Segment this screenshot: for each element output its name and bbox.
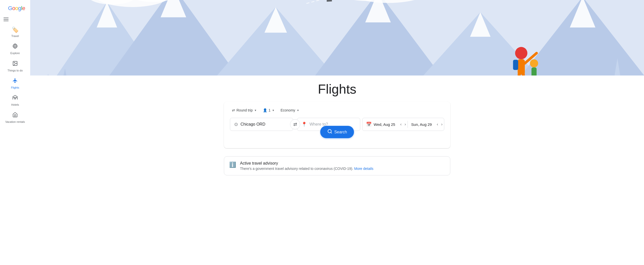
trip-type-label: Round trip — [236, 108, 253, 112]
sidebar-item-travel-label: Travel — [11, 34, 19, 38]
search-options-row: ⇄ Round trip ▼ 👤 1 ▼ Economy ▼ — [230, 107, 444, 114]
return-date-label: Sun, Aug 29 — [411, 122, 432, 127]
svg-rect-35 — [513, 60, 518, 70]
advisory-text: There's a government travel advisory rel… — [240, 167, 373, 171]
travel-icon: 🏷️ — [12, 27, 19, 33]
destination-pin-icon: 📍 — [301, 122, 307, 127]
trip-type-dropdown[interactable]: ⇄ Round trip ▼ — [230, 107, 259, 114]
svg-point-3 — [14, 62, 15, 63]
svg-rect-32 — [518, 72, 521, 75]
passengers-arrow-icon: ▼ — [272, 109, 274, 112]
trip-type-arrow-icon: ▼ — [254, 109, 257, 112]
cabin-class-arrow-icon: ▼ — [297, 109, 299, 112]
logo-letter-g: G — [8, 5, 12, 11]
google-logo: Google — [5, 3, 25, 14]
origin-circle-icon: ⊙ — [234, 122, 238, 127]
passengers-person-icon: 👤 — [263, 108, 267, 112]
flights-icon — [12, 78, 18, 85]
origin-input[interactable] — [240, 122, 289, 127]
svg-rect-5 — [16, 97, 17, 98]
svg-point-30 — [515, 47, 528, 59]
sidebar-item-hotels[interactable]: Hotels — [0, 92, 30, 109]
svg-line-46 — [331, 132, 332, 133]
search-card: ⇄ Round trip ▼ 👤 1 ▼ Economy ▼ ⊙ — [224, 102, 450, 148]
svg-rect-4 — [14, 97, 15, 98]
page-title: Flights — [40, 82, 634, 97]
trip-type-swap-icon: ⇄ — [232, 108, 235, 112]
sidebar-item-things-to-do-label: Things to do — [8, 69, 23, 72]
svg-rect-33 — [522, 72, 525, 75]
explore-icon — [12, 43, 18, 50]
swap-icon: ⇄ — [293, 122, 297, 127]
advisory-title: Active travel advisory — [240, 161, 373, 166]
advisory-text-content: There's a government travel advisory rel… — [240, 167, 353, 171]
return-date-next-button[interactable]: › — [440, 121, 444, 128]
hero-illustration — [30, 0, 644, 75]
advisory-content: Active travel advisory There's a governm… — [240, 161, 373, 171]
logo-letter-g2: g — [18, 5, 21, 11]
depart-date-label: Wed, Aug 25 — [374, 122, 395, 127]
date-section: 📅 Wed, Aug 25 ‹ › Sun, Aug 29 ‹ › — [362, 118, 444, 131]
cabin-class-dropdown[interactable]: Economy ▼ — [278, 107, 301, 114]
sidebar-item-vacation-rentals-label: Vacation rentals — [5, 120, 25, 124]
sidebar-item-hotels-label: Hotels — [11, 103, 19, 106]
depart-date-next-button[interactable]: › — [403, 121, 407, 128]
cabin-class-label: Economy — [280, 108, 295, 112]
sidebar: Google 🏷️ Travel Explore Things to do Fl… — [0, 0, 30, 265]
sidebar-item-explore[interactable]: Explore — [0, 41, 30, 57]
search-icon — [327, 129, 332, 135]
swap-button[interactable]: ⇄ — [290, 119, 300, 129]
passengers-label: 1 — [269, 108, 271, 112]
hotels-icon — [12, 95, 18, 102]
passengers-dropdown[interactable]: 👤 1 ▼ — [261, 107, 277, 114]
hamburger-icon — [4, 18, 9, 21]
depart-date-prev-button[interactable]: ‹ — [399, 121, 403, 128]
content-area: Flights ⇄ Round trip ▼ 👤 1 ▼ Economy ▼ — [30, 82, 644, 191]
search-button[interactable]: Search — [320, 126, 354, 138]
advisory-warning-icon: ℹ️ — [229, 162, 236, 168]
logo-letter-o2: o — [15, 5, 18, 11]
sidebar-item-travel[interactable]: 🏷️ Travel — [0, 24, 30, 40]
depart-date-field[interactable]: 📅 Wed, Aug 25 — [363, 118, 399, 131]
things-to-do-icon — [12, 61, 18, 68]
svg-rect-37 — [532, 67, 537, 75]
main-content: Flights ⇄ Round trip ▼ 👤 1 ▼ Economy ▼ — [30, 0, 644, 265]
calendar-icon: 📅 — [366, 122, 372, 127]
sidebar-item-flights[interactable]: Flights — [0, 75, 30, 92]
logo-letter-o1: o — [12, 5, 15, 11]
origin-field[interactable]: ⊙ — [230, 118, 293, 131]
hamburger-menu-button[interactable] — [0, 16, 12, 23]
sidebar-item-explore-label: Explore — [10, 51, 20, 55]
svg-point-36 — [530, 59, 538, 67]
vacation-rentals-icon — [12, 112, 18, 119]
return-date-prev-button[interactable]: ‹ — [435, 121, 439, 128]
search-button-label: Search — [334, 130, 347, 134]
logo-letter-e: e — [22, 5, 25, 11]
return-date-field[interactable]: Sun, Aug 29 — [408, 118, 435, 131]
advisory-more-details-link[interactable]: More details — [354, 167, 373, 171]
sidebar-item-things-to-do[interactable]: Things to do — [0, 58, 30, 75]
sidebar-item-flights-label: Flights — [11, 86, 19, 89]
svg-rect-31 — [518, 59, 525, 74]
advisory-card: ℹ️ Active travel advisory There's a gove… — [224, 156, 450, 175]
sidebar-item-vacation-rentals[interactable]: Vacation rentals — [0, 109, 30, 126]
